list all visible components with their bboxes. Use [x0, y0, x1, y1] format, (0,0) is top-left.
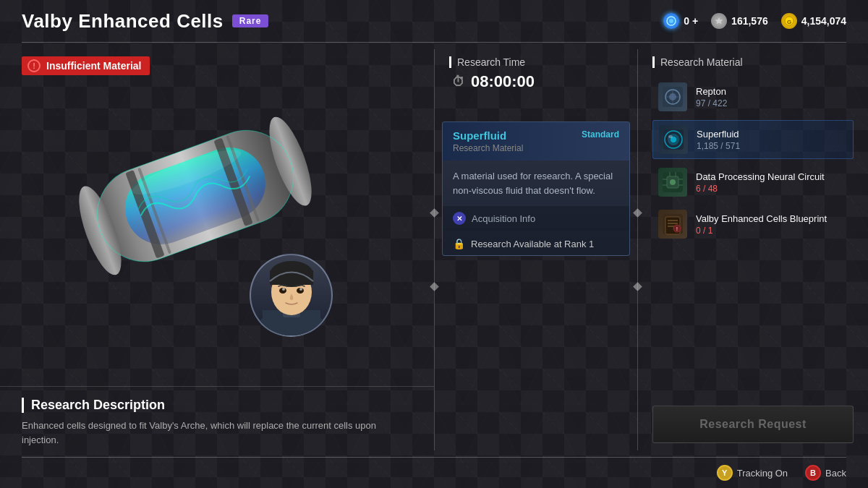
- material-item-repton[interactable]: Repton 97 / 422: [652, 78, 854, 116]
- neural-circuit-icon: [658, 168, 687, 197]
- y-button-icon: Y: [717, 465, 733, 481]
- currency-group: 0 + 161,576 G 4,154,074: [663, 13, 846, 29]
- neural-name: Data Processing Neural Circuit: [696, 171, 848, 182]
- superfluid-count: 1,185 / 571: [697, 141, 847, 151]
- repton-icon: [658, 82, 687, 111]
- tooltip-title-group: Superfluid Research Material: [453, 129, 523, 153]
- right-panel: Research Material Repton 97 / 422: [638, 42, 868, 458]
- svg-text:!: !: [676, 226, 678, 231]
- main-content: ! Insufficient Material: [0, 42, 868, 458]
- rarity-badge: Rare: [232, 14, 269, 27]
- neural-count: 6 / 48: [696, 184, 848, 194]
- back-label: Back: [825, 468, 846, 479]
- material-item-neural[interactable]: Data Processing Neural Circuit 6 / 48: [652, 163, 854, 201]
- tracking-action[interactable]: Y Tracking On: [717, 465, 788, 481]
- tracking-label: Tracking On: [737, 468, 788, 479]
- repton-count: 97 / 422: [696, 98, 848, 108]
- material-list: Repton 97 / 422 Superf: [652, 78, 854, 398]
- silver-currency-value: 161,576: [731, 15, 768, 27]
- svg-point-48: [670, 179, 676, 185]
- repton-info: Repton 97 / 422: [696, 86, 848, 108]
- title-group: Valby Enhanced Cells Rare: [22, 10, 268, 33]
- tooltip-header: Superfluid Research Material Standard: [443, 122, 629, 160]
- tooltip-footer[interactable]: ✕ Acquisition Info: [443, 206, 629, 231]
- svg-point-45: [668, 135, 673, 138]
- tooltip-popup: Superfluid Research Material Standard A …: [442, 121, 630, 256]
- material-item-blueprint[interactable]: ! Valby Enhanced Cells Blueprint 0 / 1: [652, 205, 854, 243]
- rank-icon: 🔒: [453, 238, 465, 249]
- svg-point-13: [669, 19, 673, 23]
- superfluid-info: Superfluid 1,185 / 571: [697, 129, 847, 151]
- svg-point-36: [299, 288, 302, 291]
- insufficient-text: Insufficient Material: [46, 60, 141, 72]
- research-time-value: ⏱ 08:00:00: [449, 72, 623, 91]
- acquisition-info-label: Acquisition Info: [472, 213, 535, 224]
- footer: Y Tracking On B Back: [0, 458, 868, 488]
- superfluid-icon: [659, 125, 688, 154]
- research-description-title: Research Description: [22, 398, 412, 413]
- research-time-label: Research Time: [449, 56, 623, 68]
- research-description-text: Enhanced cells designed to fit Valby's A…: [22, 419, 412, 447]
- tooltip-category: Research Material: [453, 143, 523, 153]
- item-image-container: [72, 84, 362, 344]
- silver-currency-icon: [711, 13, 727, 29]
- item-display: [0, 42, 434, 386]
- insufficient-banner: ! Insufficient Material: [22, 56, 150, 75]
- gold-currency-icon: G: [781, 13, 797, 29]
- research-time-display: 08:00:00: [471, 72, 535, 91]
- tooltip-name: Superfluid: [453, 129, 523, 142]
- research-request-button[interactable]: Research Request: [652, 406, 854, 443]
- request-button-area: Research Request: [652, 398, 854, 443]
- blueprint-name: Valby Enhanced Cells Blueprint: [696, 213, 848, 224]
- middle-right-divider: [637, 49, 638, 450]
- insufficient-icon: !: [27, 59, 41, 72]
- x-button-icon: ✕: [453, 212, 466, 225]
- middle-panel: Research Time ⏱ 08:00:00 Superfluid Rese…: [435, 42, 637, 458]
- back-action[interactable]: B Back: [805, 465, 846, 481]
- svg-point-35: [282, 288, 285, 291]
- tooltip-type: Standard: [582, 129, 619, 140]
- currency-special: 0 +: [663, 13, 698, 29]
- blueprint-count: 0 / 1: [696, 226, 848, 236]
- currency-silver: 161,576: [711, 13, 768, 29]
- header: Valby Enhanced Cells Rare 0 + 161,576: [0, 0, 868, 42]
- research-description-section: Research Description Enhanced cells desi…: [0, 386, 434, 458]
- neural-info: Data Processing Neural Circuit 6 / 48: [696, 171, 848, 194]
- repton-name: Repton: [696, 86, 848, 97]
- rank-label: Research Available at Rank 1: [471, 239, 594, 249]
- blueprint-icon: !: [658, 210, 687, 239]
- character-avatar: [250, 254, 333, 337]
- special-currency-value: 0 +: [684, 15, 698, 27]
- gold-currency-value: 4,154,074: [801, 15, 846, 27]
- item-title: Valby Enhanced Cells: [22, 10, 224, 33]
- left-panel: ! Insufficient Material: [0, 42, 434, 458]
- b-button-icon: B: [805, 465, 821, 481]
- superfluid-name: Superfluid: [697, 129, 847, 140]
- svg-text:G: G: [787, 19, 791, 25]
- svg-marker-14: [715, 17, 723, 25]
- material-item-superfluid[interactable]: Superfluid 1,185 / 571: [652, 120, 854, 159]
- tooltip-body: A material used for research. A special …: [443, 160, 629, 206]
- clock-icon: ⏱: [452, 74, 465, 90]
- research-material-title: Research Material: [652, 56, 854, 68]
- rank-available: 🔒 Research Available at Rank 1: [443, 231, 629, 255]
- special-currency-icon: [663, 13, 679, 29]
- blueprint-info: Valby Enhanced Cells Blueprint 0 / 1: [696, 213, 848, 236]
- tooltip-description: A material used for research. A special …: [453, 171, 613, 196]
- research-time-section: Research Time ⏱ 08:00:00: [449, 56, 623, 91]
- currency-gold: G 4,154,074: [781, 13, 846, 29]
